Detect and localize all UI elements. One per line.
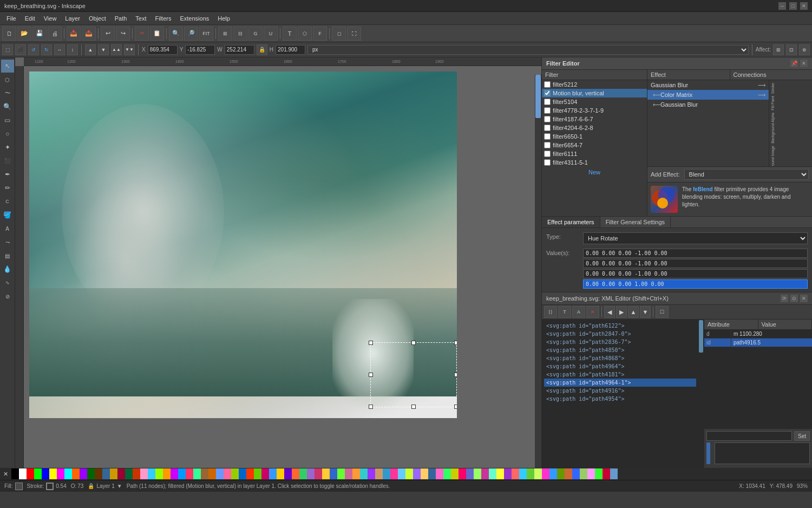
palette-color-46[interactable]	[360, 468, 368, 479]
cut-btn[interactable]: ✂	[135, 27, 149, 41]
node-btn[interactable]: ⬡	[298, 27, 312, 41]
open-btn[interactable]: 📂	[17, 27, 31, 41]
palette-color-45[interactable]	[352, 468, 360, 479]
filter-list-item-8[interactable]: filter6111	[542, 149, 647, 158]
h-input[interactable]	[276, 45, 305, 55]
palette-color-75[interactable]	[580, 468, 587, 479]
palette-color-11[interactable]	[95, 468, 102, 479]
xml-attr-name-input[interactable]	[706, 431, 792, 441]
new-filter-button[interactable]: New	[542, 167, 647, 178]
menu-edit[interactable]: Edit	[21, 14, 40, 23]
menu-file[interactable]: File	[2, 14, 21, 23]
palette-color-41[interactable]	[322, 468, 330, 479]
palette-color-72[interactable]	[557, 468, 565, 479]
new-doc-btn[interactable]: 🗋	[2, 27, 16, 41]
filter-checkbox-0[interactable]	[544, 81, 551, 88]
xml-tree-item-0[interactable]: <svg:path id="path6122">	[544, 322, 696, 330]
handle-tr[interactable]	[454, 341, 457, 345]
undo-btn[interactable]: ↩	[101, 27, 115, 41]
paste-btn[interactable]: 📋	[150, 27, 164, 41]
palette-color-67[interactable]	[519, 468, 527, 479]
remove-color-btn[interactable]: ✕	[0, 471, 11, 478]
view-mode-btn[interactable]: ◻	[332, 27, 346, 41]
palette-color-71[interactable]	[549, 468, 557, 479]
calligraphy-tool[interactable]: C	[1, 195, 14, 208]
filter-list-scroll[interactable]: filter5212Motion blur, verticalfilter510…	[542, 80, 647, 216]
tab-filter-general[interactable]: Filter General Settings	[600, 217, 671, 227]
palette-color-69[interactable]	[534, 468, 542, 479]
zoom-tool[interactable]: 🔍	[1, 100, 14, 113]
canvas-content[interactable]	[24, 66, 541, 468]
canvas-area[interactable]: 1100 1200 1300 1400 1500 1600 1700 1800 …	[15, 57, 541, 468]
xml-attrib-row-0[interactable]: dm 1100.280	[704, 330, 812, 338]
save-btn[interactable]: 💾	[32, 27, 47, 41]
raise-btn[interactable]: ▲	[85, 44, 96, 55]
filter-list-item-3[interactable]: filter4778-2-3-7-1-9	[542, 106, 647, 115]
effect-row-2[interactable]: ⟵Gaussian Blur	[647, 100, 769, 109]
circle-tool[interactable]: ○	[1, 127, 14, 140]
xml-new-text-btn[interactable]: T	[558, 306, 571, 318]
palette-color-66[interactable]	[512, 468, 519, 479]
filter-list-item-9[interactable]: filter4311-5-1	[542, 158, 647, 167]
palette-color-44[interactable]	[345, 468, 352, 479]
filter-checkbox-5[interactable]	[544, 125, 551, 131]
palette-color-4[interactable]	[42, 468, 49, 479]
pencil-tool[interactable]: ✏	[1, 181, 14, 194]
palette-color-5[interactable]	[49, 468, 57, 479]
flip-h-btn[interactable]: ↔	[54, 44, 65, 55]
eraser-tool[interactable]: ⊘	[1, 290, 14, 303]
xml-tree-item-2[interactable]: <svg:path id="path2836-7">	[544, 338, 696, 346]
xml-tree-item-9[interactable]: <svg:path id="path4954">	[544, 395, 696, 403]
xml-next-btn[interactable]: ▶	[616, 306, 627, 318]
xml-prev-btn[interactable]: ◀	[604, 306, 615, 318]
menu-text[interactable]: Text	[131, 14, 150, 23]
full-screen-btn[interactable]: ⛶	[347, 27, 361, 41]
text-tool-side[interactable]: A	[1, 222, 14, 235]
menu-filters[interactable]: Filters	[151, 14, 176, 23]
palette-color-0[interactable]	[11, 468, 19, 479]
xml-tree-item-5[interactable]: <svg:path id="path4964">	[544, 362, 696, 370]
zoom-in-btn[interactable]: 🔍	[169, 27, 183, 41]
palette-color-60[interactable]	[466, 468, 474, 479]
xml-sync-btn[interactable]: ⊙	[790, 295, 798, 302]
palette-color-35[interactable]	[277, 468, 284, 479]
stroke-swatch[interactable]	[46, 483, 54, 490]
filter-checkbox-4[interactable]	[544, 116, 551, 122]
rect-tool[interactable]: ▭	[1, 114, 14, 127]
palette-color-21[interactable]	[171, 468, 178, 479]
palette-color-68[interactable]	[527, 468, 534, 479]
bucket-tool[interactable]: 🪣	[1, 209, 14, 222]
palette-color-27[interactable]	[216, 468, 224, 479]
filter-list-item-0[interactable]: filter5212	[542, 80, 647, 89]
palette-color-30[interactable]	[239, 468, 246, 479]
palette-color-24[interactable]	[193, 468, 201, 479]
palette-color-47[interactable]	[368, 468, 375, 479]
align-btn[interactable]: ⊞	[218, 27, 232, 41]
dist-btn[interactable]: ⊟	[233, 27, 247, 41]
lock-aspect-btn[interactable]: 🔒	[257, 44, 267, 55]
xml-new-attr-btn[interactable]: A	[572, 306, 585, 318]
handle-bl[interactable]	[369, 405, 373, 409]
node-edit-btn[interactable]: ⬛	[15, 44, 26, 55]
xml-new-elem-btn[interactable]: ⟨⟩	[544, 306, 557, 318]
fill-swatch[interactable]	[15, 483, 23, 490]
select-tool[interactable]: ↖	[1, 60, 14, 73]
palette-color-78[interactable]	[603, 468, 610, 479]
filter-checkbox-8[interactable]	[544, 151, 551, 157]
palette-color-54[interactable]	[421, 468, 428, 479]
handle-ml[interactable]	[369, 373, 373, 377]
xml-tree[interactable]: <svg:path id="path6122"><svg:path id="pa…	[542, 320, 698, 468]
maximize-button[interactable]: □	[789, 2, 797, 10]
palette-color-14[interactable]	[117, 468, 125, 479]
xml-tree-scrollbar[interactable]	[698, 320, 704, 468]
select-all-btn[interactable]: ⬚	[2, 44, 13, 55]
palette-color-49[interactable]	[383, 468, 390, 479]
filter-checkbox-2[interactable]	[544, 99, 551, 105]
palette-color-50[interactable]	[390, 468, 398, 479]
spray-tool[interactable]: ∿	[1, 276, 14, 289]
filter-checkbox-9[interactable]	[544, 159, 551, 166]
palette-color-55[interactable]	[428, 468, 436, 479]
rotate-btn[interactable]: ↺	[28, 44, 39, 55]
xml-scrollbar-thumb[interactable]	[699, 320, 703, 353]
affect-size-btn[interactable]: ⊡	[786, 44, 797, 55]
